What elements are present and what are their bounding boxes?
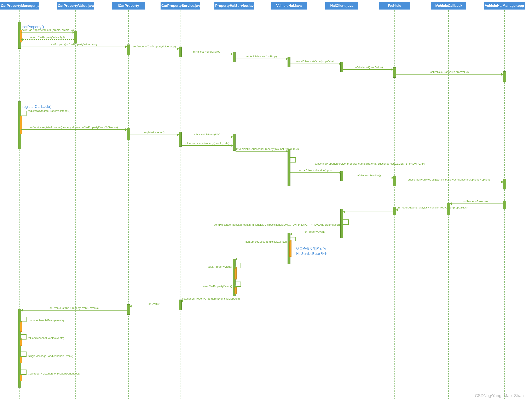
lifeline-header-l0: CarPropertyManager.java xyxy=(0,2,39,10)
lifeline-header-l5: VehicleHal.java xyxy=(271,2,307,10)
message-arrow-5 xyxy=(235,59,288,59)
self-call-label-4: toCarPropertyValue; xyxy=(208,265,232,268)
self-call-label-3: HalServiceBase.handleHalEvents() xyxy=(245,240,287,243)
message-arrow-14 xyxy=(291,172,340,173)
lifeline-line-l5 xyxy=(289,10,289,399)
self-call-0 xyxy=(21,111,26,116)
message-arrow-8 xyxy=(396,74,503,75)
lifeline-header-l1: CarPropertyValue.java xyxy=(57,2,94,10)
message-label-8: setVehiclePropValue propValue) xyxy=(397,70,502,74)
message-arrow-9 xyxy=(21,129,127,130)
message-arrow-3 xyxy=(130,49,179,49)
message-arrow-17 xyxy=(450,203,503,204)
message-arrow-23 xyxy=(130,306,179,306)
message-label-3: setProperty(CarPropertyValue prop) xyxy=(131,45,178,48)
self-call-label-7: mHandler.sendEvents(events) xyxy=(28,336,64,339)
message-arrow-10 xyxy=(130,135,179,135)
self-call-1 xyxy=(291,157,296,163)
message-label-20: onPropertyEvent() xyxy=(291,230,340,233)
activation-l2-12 xyxy=(127,128,130,140)
self-call-5 xyxy=(235,282,241,287)
message-arrow-4 xyxy=(182,54,233,54)
message-arrow-12 xyxy=(182,145,233,146)
activation-l2-3 xyxy=(127,44,130,55)
self-call-label-9: CarPropertyListeners.onPropertyChanged() xyxy=(28,372,80,375)
message-label-17: onPropertyEvent(vec) xyxy=(450,200,502,203)
message-label-9: mService.registerListener(propertyId, ra… xyxy=(22,126,126,129)
self-call-4 xyxy=(235,263,241,268)
message-arrow-19 xyxy=(343,212,393,212)
activation-l5-6 xyxy=(288,57,291,67)
message-label-14: mHalClient.subscribe(opts) xyxy=(291,169,340,172)
message-arrow-6 xyxy=(291,63,340,64)
message-label-16: subscribe(IVehicleCallBack callback, vec… xyxy=(397,178,502,181)
self-call-label-8: SingleMessageHandler.handleEvent() xyxy=(28,354,73,357)
activation-l7-17 xyxy=(393,176,396,186)
self-call-3 xyxy=(291,237,296,241)
activation-l4-26 xyxy=(234,267,237,280)
message-arrow-22 xyxy=(182,301,233,301)
message-arrow-16 xyxy=(396,182,503,182)
section-label-0: setProperty() xyxy=(22,25,44,29)
message-arrow-11 xyxy=(182,137,233,137)
activation-l1-2 xyxy=(74,31,77,44)
lifeline-header-l4: PropertyHalService.java xyxy=(215,2,254,10)
self-call-2 xyxy=(343,219,349,225)
message-arrow-15 xyxy=(343,178,393,178)
activation-l0-11 xyxy=(20,116,22,134)
lifeline-header-l2: ICarProperty xyxy=(112,2,145,10)
activation-l9-19 xyxy=(503,201,506,209)
message-label-4: mHal.setProperty(prop) xyxy=(182,50,232,53)
activation-l4-5 xyxy=(233,52,235,62)
activation-l6-16 xyxy=(340,171,343,181)
sequence-diagram: CarPropertyManager.javaCarPropertyValue.… xyxy=(0,0,532,401)
lifeline-header-l7: IVehicle xyxy=(379,2,410,10)
message-arrow-13 xyxy=(235,151,288,151)
lifeline-line-l3 xyxy=(180,10,180,399)
activation-l3-13 xyxy=(179,132,182,147)
message-arrow-7 xyxy=(343,69,393,70)
self-call-7 xyxy=(21,334,26,339)
self-call-6 xyxy=(21,317,26,322)
activation-l3-4 xyxy=(179,47,182,57)
message-arrow-1 xyxy=(21,39,74,40)
lifeline-line-l4 xyxy=(234,10,234,399)
message-label-7: mVehicle.set(propValue) xyxy=(344,66,393,69)
self-call-label-5: new CarPropertyEvent() xyxy=(203,285,232,288)
message-arrow-24 xyxy=(21,310,127,311)
message-label-18: onPropertyEvent(ArrayList<VehiclePropVal… xyxy=(397,206,446,209)
message-label-11: mHal.setListener(this) xyxy=(182,133,232,136)
message-label-6: mHalClient.setValue(propValue) xyxy=(291,60,340,63)
note-label-0: 这里会分发到所有的 xyxy=(296,247,326,251)
self-call-8 xyxy=(21,351,26,357)
lifeline-header-l6: HalClient.java xyxy=(325,2,358,10)
message-label-2: setProperty(in CarPropertyValue prop) xyxy=(22,43,126,46)
activation-l7-21 xyxy=(393,207,396,215)
note-label-1: HalServiceBase 类中 xyxy=(296,252,327,256)
message-arrow-20 xyxy=(291,234,340,234)
message-label-23: onEvent() xyxy=(131,302,178,305)
message-arrow-18 xyxy=(396,210,447,210)
message-label-1: return CarPropertyValue 对象 xyxy=(22,36,74,39)
activation-l7-8 xyxy=(393,67,396,78)
self-call-label-6: manager.handleEvent(events) xyxy=(28,319,64,322)
message-label-22: listener.onPropertyChange(mEventsToDispa… xyxy=(182,297,232,300)
activation-l4-14 xyxy=(233,134,235,151)
lifeline-line-l1 xyxy=(76,10,76,399)
lifeline-header-l8: IVehicleCallback xyxy=(431,2,466,10)
self-call-9 xyxy=(21,370,26,375)
lifeline-header-l3: CarPropertyService.java xyxy=(161,2,200,10)
self-call-label-1: subscribeProperty(service, property, sam… xyxy=(297,162,442,165)
message-arrow-21 xyxy=(235,259,288,259)
watermark: CSDN @Yang_Mao_Shan xyxy=(475,393,524,398)
activation-l5-24 xyxy=(289,240,291,257)
section-label-1: registerCallback() xyxy=(22,105,51,109)
message-arrow-2 xyxy=(21,47,127,47)
self-call-label-0: registerOrUpdatePropertyListener() xyxy=(28,109,70,113)
message-label-12: mHal.subscribeProperty(propId, rate) xyxy=(182,142,232,145)
message-label-10: registerListener() xyxy=(131,131,178,134)
message-label-5: mVehicleHal.set(halProp) xyxy=(236,55,287,58)
activation-l9-18 xyxy=(503,179,506,189)
message-label-13: mVehicleHal.subscribeProperty(this, halP… xyxy=(236,147,287,150)
activation-l5-15 xyxy=(288,149,291,186)
